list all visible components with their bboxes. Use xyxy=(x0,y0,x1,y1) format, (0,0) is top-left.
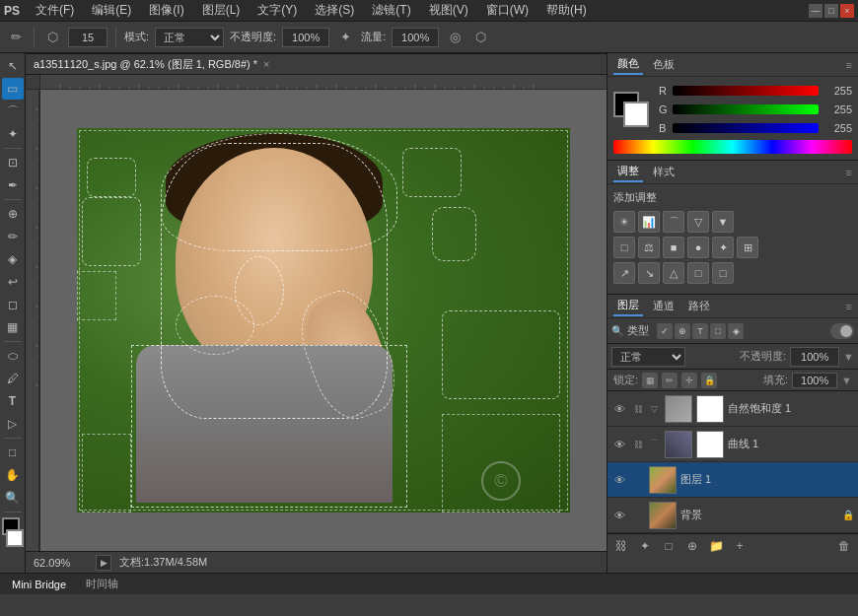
lock-position-btn[interactable]: ✛ xyxy=(681,373,697,388)
zoom-controls[interactable]: ▶ xyxy=(96,555,111,571)
layers-panel-menu-icon[interactable]: ≡ xyxy=(846,301,852,312)
lock-transparent-btn[interactable]: ▦ xyxy=(642,373,658,388)
menu-help[interactable]: 帮助(H) xyxy=(538,0,595,21)
layer-mask-btn[interactable]: □ xyxy=(659,537,679,555)
posterize-btn[interactable]: ↘ xyxy=(638,262,660,284)
filter-type-btn[interactable]: T xyxy=(692,323,708,339)
maximize-button[interactable]: □ xyxy=(824,4,838,18)
airbrush-icon[interactable]: ✦ xyxy=(335,28,355,47)
path-select-tool[interactable]: ▷ xyxy=(2,413,24,435)
tab-channels[interactable]: 通道 xyxy=(649,297,679,315)
layer-visibility-curves[interactable]: 👁 xyxy=(611,437,627,452)
menu-file[interactable]: 文件(F) xyxy=(28,0,82,21)
zoom-tool[interactable]: 🔍 xyxy=(2,487,24,509)
lock-paint-btn[interactable]: ✏ xyxy=(662,373,678,388)
gradient-tool[interactable]: ▦ xyxy=(2,316,24,338)
adj-panel-menu-icon[interactable]: ≡ xyxy=(846,167,852,178)
new-layer-btn[interactable]: + xyxy=(730,537,750,555)
eyedropper-tool[interactable]: ✒ xyxy=(2,174,24,196)
layer-row-vibrance[interactable]: 👁 ⛓ ▽ 自然饱和度 1 xyxy=(608,391,858,427)
close-button[interactable]: × xyxy=(840,4,854,18)
shape-tool[interactable]: □ xyxy=(2,442,24,463)
layer-filter-toggle[interactable] xyxy=(830,323,854,339)
layer-visibility-bg[interactable]: 👁 xyxy=(611,508,627,523)
brightness-contrast-btn[interactable]: ☀ xyxy=(613,211,635,233)
panel-menu-icon[interactable]: ≡ xyxy=(846,59,852,71)
color-spectrum-bar[interactable] xyxy=(613,140,852,154)
background-color-box[interactable] xyxy=(623,102,649,127)
vibrance-btn[interactable]: ▼ xyxy=(712,211,734,233)
fg-bg-color-boxes[interactable] xyxy=(613,92,649,127)
menu-select[interactable]: 选择(S) xyxy=(307,0,362,21)
new-adj-layer-btn[interactable]: ⊕ xyxy=(682,537,702,555)
canvas-tab-close[interactable]: × xyxy=(263,58,269,70)
layer-row-layer1[interactable]: 👁 图层 1 xyxy=(608,462,858,498)
levels-btn[interactable]: 📊 xyxy=(638,211,660,233)
layer-opacity-input[interactable] xyxy=(790,347,839,367)
threshold-btn[interactable]: △ xyxy=(663,262,684,284)
menu-text[interactable]: 文字(Y) xyxy=(250,0,305,21)
filter-smart-btn[interactable]: ◈ xyxy=(728,323,744,339)
tab-layers[interactable]: 图层 xyxy=(613,296,643,316)
new-group-btn[interactable]: 📁 xyxy=(706,537,726,555)
color-picker[interactable] xyxy=(0,517,26,547)
photo-filter-btn[interactable]: ● xyxy=(687,237,709,258)
tab-color[interactable]: 颜色 xyxy=(613,54,643,75)
text-tool[interactable]: T xyxy=(2,390,24,412)
history-brush-tool[interactable]: ↩ xyxy=(2,271,24,293)
brush-tool[interactable]: ✏ xyxy=(2,226,24,247)
invert-btn[interactable]: ↗ xyxy=(613,262,635,284)
minimize-button[interactable]: — xyxy=(809,4,822,18)
menu-layer[interactable]: 图层(L) xyxy=(194,0,249,21)
layer-blend-mode-select[interactable]: 正常 xyxy=(611,347,685,367)
layer-link-btn[interactable]: ⛓ xyxy=(611,537,631,555)
gradient-map-btn[interactable]: □ xyxy=(687,262,709,284)
smooth-icon[interactable]: ⬡ xyxy=(470,28,490,47)
brush-preset-icon[interactable]: ⬡ xyxy=(42,28,62,47)
layer-visibility-layer1[interactable]: 👁 xyxy=(611,472,627,488)
eraser-tool[interactable]: ◻ xyxy=(2,294,24,315)
curves-btn[interactable]: ⌒ xyxy=(663,211,684,233)
brush-tool-icon[interactable]: ✏ xyxy=(6,28,26,47)
crop-tool[interactable]: ⊡ xyxy=(2,152,24,173)
channel-mixer-btn[interactable]: ✦ xyxy=(712,237,734,258)
layer-fill-input[interactable] xyxy=(792,373,837,388)
opacity-dropdown-icon[interactable]: ▼ xyxy=(843,351,854,363)
tab-mini-bridge[interactable]: Mini Bridge xyxy=(8,577,70,592)
red-slider[interactable] xyxy=(673,86,819,96)
menu-edit[interactable]: 编辑(E) xyxy=(84,0,139,21)
opacity-input[interactable] xyxy=(282,28,329,47)
exposure-btn[interactable]: ▽ xyxy=(687,211,709,233)
flow-input[interactable] xyxy=(392,28,439,47)
brush-size-input[interactable] xyxy=(68,28,107,47)
fill-dropdown-icon[interactable]: ▼ xyxy=(841,375,852,386)
clone-tool[interactable]: ◈ xyxy=(2,248,24,270)
bw-btn[interactable]: ■ xyxy=(663,237,684,258)
dodge-tool[interactable]: ⬭ xyxy=(2,345,24,367)
hsl-btn[interactable]: □ xyxy=(613,237,635,258)
blue-slider[interactable] xyxy=(673,123,819,133)
menu-window[interactable]: 窗口(W) xyxy=(478,0,536,21)
magic-wand-tool[interactable]: ✦ xyxy=(2,123,24,145)
marquee-tool[interactable]: ▭ xyxy=(2,78,24,100)
tab-paths[interactable]: 路径 xyxy=(684,297,714,315)
menu-image[interactable]: 图像(I) xyxy=(141,0,191,21)
layer-row-curves[interactable]: 👁 ⛓ ⌒ 曲线 1 xyxy=(608,427,858,462)
selective-color-btn[interactable]: □ xyxy=(712,262,734,284)
lock-all-btn[interactable]: 🔒 xyxy=(701,373,717,388)
tab-adjustments[interactable]: 调整 xyxy=(613,162,643,182)
layer-style-btn[interactable]: ✦ xyxy=(635,537,655,555)
blend-mode-select[interactable]: 正常 溶解 正片叠底 xyxy=(155,28,224,47)
menu-view[interactable]: 视图(V) xyxy=(421,0,476,21)
lasso-tool[interactable]: ⌒ xyxy=(2,101,24,122)
layer-row-background[interactable]: 👁 背景 🔒 xyxy=(608,498,858,533)
tab-timeline[interactable]: 时间轴 xyxy=(82,575,122,593)
canvas-content[interactable]: © xyxy=(40,90,607,551)
background-color[interactable] xyxy=(6,529,24,547)
filter-adjust-btn[interactable]: ⊕ xyxy=(675,323,690,339)
layer-visibility-vibrance[interactable]: 👁 xyxy=(611,401,627,417)
filter-pixel-btn[interactable]: ✓ xyxy=(657,323,673,339)
hand-tool[interactable]: ✋ xyxy=(2,464,24,486)
delete-layer-btn[interactable]: 🗑 xyxy=(834,537,854,555)
healing-tool[interactable]: ⊕ xyxy=(2,203,24,225)
